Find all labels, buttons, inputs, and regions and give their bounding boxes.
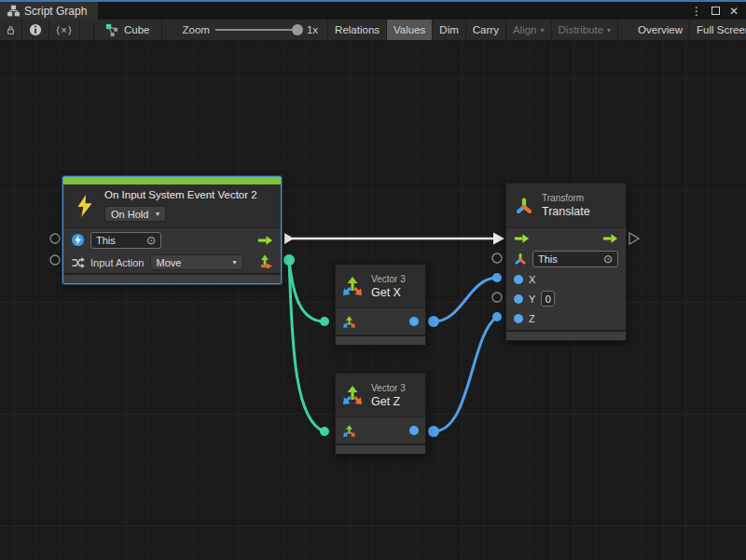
vector3-mini-icon — [342, 424, 356, 438]
vector2-output-dot[interactable] — [283, 254, 295, 266]
tab-bar: Script Graph ⋮ ✕ — [0, 2, 746, 20]
getx-port-row — [336, 308, 425, 335]
target-picker-icon[interactable]: ⊙ — [603, 253, 613, 266]
zoom-label: Zoom — [183, 24, 210, 35]
y-port-icon[interactable] — [514, 294, 523, 304]
transform-y-row: Y 0 — [506, 289, 626, 308]
info-icon[interactable] — [22, 20, 49, 40]
vector3-mini-icon — [342, 315, 356, 329]
chevron-down-icon: ▾ — [541, 26, 545, 34]
input-action-label: Input Action — [90, 257, 145, 268]
self-gameobject-icon — [71, 233, 85, 247]
input-action-icon — [71, 256, 85, 269]
dim-button[interactable]: Dim — [433, 20, 465, 40]
vector3-icon — [341, 275, 364, 297]
zoom-slider-knob[interactable] — [292, 24, 303, 35]
script-graph-icon — [105, 23, 118, 36]
transform-z-row: Z — [506, 308, 626, 328]
getz-title: Get Z — [371, 395, 406, 408]
getz-footer — [336, 444, 425, 454]
menu-icon[interactable]: ⋮ — [691, 6, 702, 17]
event-action-port[interactable] — [50, 255, 60, 265]
vector2-type-icon — [258, 254, 273, 270]
graph-breadcrumb[interactable]: Cube — [94, 20, 162, 40]
carry-button[interactable]: Carry — [466, 20, 506, 40]
getx-output-port[interactable] — [409, 317, 419, 326]
flow-arrow-icon — [257, 235, 273, 246]
getz-input-dot[interactable] — [320, 427, 329, 436]
maximize-icon[interactable] — [711, 6, 720, 17]
transform-x-row: X — [506, 269, 626, 289]
overview-button[interactable]: Overview — [631, 20, 690, 40]
script-graph-window: Script Graph ⋮ ✕ ⟨×⟩ — [0, 0, 746, 560]
transform-icon — [514, 196, 534, 216]
close-icon[interactable]: ✕ — [729, 6, 739, 17]
chevron-down-icon: ▾ — [156, 210, 159, 218]
flow-arrow-icon — [602, 233, 618, 244]
tab-label: Script Graph — [24, 5, 87, 18]
transform-this-port[interactable] — [492, 253, 502, 263]
hierarchy-icon — [7, 5, 20, 17]
transform-this-row: This ⊙ — [506, 249, 626, 269]
event-this-row: This ⊙ — [63, 228, 281, 252]
event-node-title: On Input System Event Vector 2 — [104, 189, 257, 200]
lightning-bolt-icon — [75, 194, 95, 218]
transform-flow-row — [506, 228, 626, 249]
zoom-value: 1x — [307, 24, 318, 35]
fullscreen-button[interactable]: Full Screen — [690, 20, 746, 40]
getx-title: Get X — [371, 286, 406, 299]
event-action-row: Input Action Move ▾ — [63, 252, 281, 273]
zoom-slider[interactable] — [215, 29, 301, 31]
getz-output-port[interactable] — [409, 426, 419, 435]
node-transform-translate[interactable]: Transform Translate — [505, 183, 627, 341]
relations-button[interactable]: Relations — [328, 20, 387, 40]
variables-icon: ⟨×⟩ — [56, 24, 73, 36]
node-vector3-get-x[interactable]: Vector 3 Get X — [335, 264, 426, 346]
target-picker-icon[interactable]: ⊙ — [146, 234, 156, 247]
x-label: X — [529, 274, 535, 285]
transform-category: Transform — [542, 193, 590, 203]
getz-category: Vector 3 — [371, 383, 406, 393]
graph-toolbar: ⟨×⟩ Cube Zoom 1x Relations Values Dim Ca… — [0, 20, 746, 41]
getz-output-dot[interactable] — [428, 426, 439, 437]
chevron-down-icon: ▾ — [607, 26, 611, 34]
transform-y-port[interactable] — [492, 293, 502, 302]
event-node-footer — [63, 273, 281, 283]
transform-target-field[interactable]: This ⊙ — [532, 251, 618, 267]
getx-output-dot[interactable] — [428, 316, 439, 327]
getx-footer — [336, 335, 425, 345]
transform-mini-icon — [514, 253, 527, 266]
y-value-input[interactable]: 0 — [541, 291, 555, 307]
z-port-icon[interactable] — [514, 314, 523, 323]
align-dropdown[interactable]: Align ▾ — [506, 20, 552, 40]
vector3-icon — [341, 384, 364, 406]
lock-icon[interactable] — [0, 20, 22, 40]
distribute-dropdown[interactable]: Distribute ▾ — [552, 20, 619, 40]
variables-toggle[interactable]: ⟨×⟩ — [49, 20, 80, 40]
graph-name-label: Cube — [124, 24, 150, 35]
event-target-field[interactable]: This ⊙ — [90, 232, 161, 249]
transform-title: Translate — [542, 205, 590, 218]
tab-script-graph[interactable]: Script Graph — [0, 2, 98, 20]
transform-x-input-dot[interactable] — [492, 273, 502, 282]
getx-input-dot[interactable] — [320, 317, 329, 326]
y-label: Y — [529, 294, 535, 305]
event-node-accent-bar — [63, 177, 281, 184]
transform-z-input-dot[interactable] — [492, 312, 502, 321]
getz-port-row — [336, 417, 425, 444]
node-on-input-system-event[interactable]: On Input System Event Vector 2 On Hold ▾… — [62, 176, 282, 284]
x-port-icon[interactable] — [514, 275, 523, 284]
event-this-port[interactable] — [50, 234, 60, 243]
transform-footer — [506, 330, 626, 340]
values-button[interactable]: Values — [387, 20, 433, 40]
window-controls: ⋮ ✕ — [691, 2, 746, 20]
node-vector3-get-z[interactable]: Vector 3 Get Z — [335, 373, 426, 455]
getx-category: Vector 3 — [371, 274, 406, 284]
z-label: Z — [529, 313, 535, 324]
input-action-dropdown[interactable]: Move ▾ — [150, 254, 243, 270]
chevron-down-icon: ▾ — [232, 258, 236, 266]
flow-arrow-icon — [514, 233, 530, 244]
event-mode-dropdown[interactable]: On Hold ▾ — [104, 206, 166, 222]
